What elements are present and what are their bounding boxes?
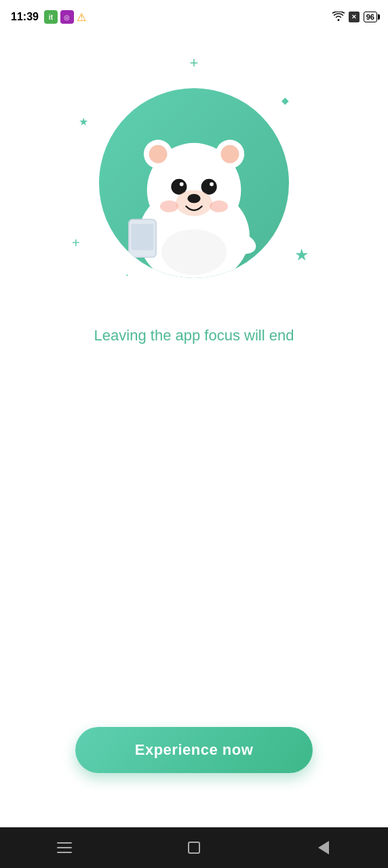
deco-diamond-right: ◆ bbox=[282, 95, 289, 106]
button-container: Experience now bbox=[0, 727, 388, 773]
svg-point-11 bbox=[187, 194, 200, 203]
message-text: Leaving the app focus will end bbox=[94, 326, 294, 347]
wifi-icon bbox=[332, 12, 345, 23]
svg-rect-16 bbox=[132, 224, 154, 250]
bear-circle bbox=[99, 88, 289, 278]
status-left: 11:39 it ◎ ⚠ bbox=[11, 10, 86, 24]
signal-x-icon: ✕ bbox=[349, 12, 360, 22]
nav-menu-button[interactable] bbox=[47, 831, 81, 865]
svg-point-9 bbox=[210, 182, 214, 186]
warning-icon: ⚠ bbox=[77, 11, 86, 24]
experience-now-button[interactable]: Experience now bbox=[75, 727, 313, 773]
page-content: + + ★ ★ ◆ • bbox=[0, 34, 388, 827]
battery-indicator: 96 bbox=[364, 12, 377, 22]
status-right: ✕ 96 bbox=[332, 12, 377, 23]
svg-point-18 bbox=[161, 229, 227, 275]
status-icons: it ◎ ⚠ bbox=[44, 10, 86, 24]
app-icon-purple: ◎ bbox=[60, 10, 74, 24]
svg-point-10 bbox=[176, 190, 212, 216]
svg-point-12 bbox=[160, 201, 178, 212]
app-icon-green: it bbox=[44, 10, 58, 24]
svg-point-13 bbox=[210, 201, 228, 212]
deco-plus-top: + bbox=[190, 54, 199, 72]
deco-star-right: ★ bbox=[294, 245, 309, 264]
bear-illustration bbox=[106, 105, 282, 278]
svg-point-5 bbox=[220, 145, 239, 163]
back-arrow-icon bbox=[318, 841, 329, 854]
status-time: 11:39 bbox=[11, 11, 39, 23]
nav-home-button[interactable] bbox=[177, 831, 211, 865]
svg-point-7 bbox=[180, 182, 184, 186]
deco-plus-left: + bbox=[72, 235, 80, 251]
nav-bar bbox=[0, 827, 388, 868]
main-content: + + ★ ★ ◆ • bbox=[0, 34, 388, 827]
deco-star-left: ★ bbox=[79, 115, 88, 128]
svg-point-3 bbox=[149, 145, 168, 163]
status-bar: 11:39 it ◎ ⚠ ✕ 96 bbox=[0, 0, 388, 34]
illustration-container: + + ★ ★ ◆ • bbox=[85, 75, 303, 292]
hamburger-icon bbox=[57, 842, 72, 853]
home-square-icon bbox=[188, 842, 200, 854]
message-container: Leaving the app focus will end bbox=[67, 326, 322, 347]
nav-back-button[interactable] bbox=[307, 831, 341, 865]
